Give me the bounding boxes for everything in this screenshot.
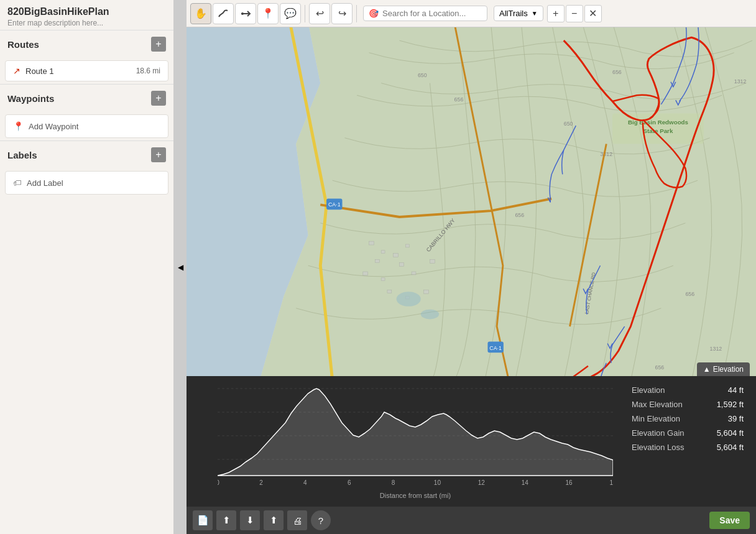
labels-section: Labels + 🏷 Add Label bbox=[0, 140, 173, 197]
svg-text:4: 4 bbox=[303, 479, 307, 487]
download-icon: ⬇ bbox=[246, 515, 254, 526]
waypoints-title: Waypoints bbox=[7, 93, 54, 104]
elevation-chart-area: 1,500 1,000 500 0 0 2 4 6 8 10 12 14 16 … bbox=[187, 376, 619, 507]
svg-rect-7 bbox=[369, 241, 374, 245]
svg-point-21 bbox=[421, 310, 439, 320]
search-box: 🎯 bbox=[363, 6, 487, 21]
add-route-button[interactable]: + bbox=[151, 37, 166, 52]
stat-min-elevation-value: 39 ft bbox=[728, 414, 744, 423]
svg-rect-13 bbox=[363, 272, 368, 275]
map-area: ✋ 📍 💬 ↩ ↪ 🎯 AllTrails ▼ bbox=[187, 0, 756, 534]
stat-elevation-gain: Elevation Gain 5,604 ft bbox=[632, 428, 744, 438]
svg-rect-10 bbox=[394, 254, 399, 257]
x-axis-label: Distance from start (mi) bbox=[218, 492, 613, 499]
sidebar-collapse-button[interactable]: ◀ bbox=[174, 0, 187, 534]
undo-button[interactable]: ↩ bbox=[309, 3, 330, 24]
svg-text:1312: 1312 bbox=[710, 346, 722, 352]
svg-text:656: 656 bbox=[612, 69, 622, 75]
stat-elevation-gain-value: 5,604 ft bbox=[717, 428, 744, 438]
toolbar-separator-2 bbox=[356, 5, 357, 22]
svg-text:CA·1: CA·1 bbox=[489, 345, 502, 351]
elevation-stats: Elevation 44 ft Max Elevation 1,592 ft M… bbox=[619, 376, 756, 507]
svg-text:CA·1: CA·1 bbox=[328, 201, 341, 208]
add-waypoint-button[interactable]: 📍 Add Waypoint bbox=[5, 114, 168, 138]
route-item[interactable]: ↗ Route 1 18.6 mi bbox=[5, 60, 168, 81]
elevation-toggle-label: Elevation bbox=[713, 365, 744, 374]
svg-text:1312: 1312 bbox=[734, 78, 747, 85]
new-button[interactable]: 📄 bbox=[193, 510, 213, 530]
routes-title: Routes bbox=[7, 39, 39, 50]
svg-text:2: 2 bbox=[259, 479, 263, 487]
svg-rect-19 bbox=[424, 290, 429, 293]
stat-max-elevation: Max Elevation 1,592 ft bbox=[632, 400, 744, 409]
route-draw-button[interactable] bbox=[213, 3, 234, 24]
labels-section-header[interactable]: Labels + bbox=[0, 141, 173, 168]
add-label-section-button[interactable]: + bbox=[151, 147, 166, 162]
waypoint-tool-button[interactable]: 📍 bbox=[257, 3, 279, 24]
map-collapse-button[interactable]: ✕ bbox=[584, 5, 602, 22]
bottom-toolbar: 📄 ⬆ ⬇ ⬆ 🖨 ? Save bbox=[187, 507, 756, 534]
map-type-label: AllTrails bbox=[499, 9, 528, 18]
save-button[interactable]: Save bbox=[709, 512, 750, 529]
svg-rect-9 bbox=[375, 259, 379, 262]
elevation-chart-svg: 1,500 1,000 500 0 0 2 4 6 8 10 12 14 16 … bbox=[218, 382, 613, 488]
pan-tool-button[interactable]: ✋ bbox=[190, 3, 211, 24]
map-container[interactable]: CA·1 CA·1 CABRILLO HWY bbox=[187, 27, 756, 376]
print-icon: 🖨 bbox=[293, 515, 302, 526]
redo-button[interactable]: ↪ bbox=[331, 3, 353, 24]
zoom-in-button[interactable]: + bbox=[547, 5, 565, 22]
print-button[interactable]: 🖨 bbox=[287, 510, 307, 530]
svg-point-20 bbox=[397, 292, 421, 306]
svg-text:656: 656 bbox=[685, 291, 694, 297]
route-icon: ↗ bbox=[13, 66, 21, 76]
svg-rect-17 bbox=[387, 290, 392, 293]
svg-text:16: 16 bbox=[566, 479, 573, 487]
svg-text:10: 10 bbox=[434, 479, 441, 487]
toolbar-separator-1 bbox=[305, 5, 305, 22]
add-waypoint-label: Add Waypoint bbox=[29, 122, 78, 131]
stat-elevation-loss-label: Elevation Loss bbox=[632, 443, 685, 452]
add-label-label: Add Label bbox=[27, 178, 63, 188]
waypoints-section-header[interactable]: Waypoints + bbox=[0, 85, 173, 112]
collapse-icon: ◀ bbox=[178, 263, 183, 272]
collapse-map-icon: ✕ bbox=[589, 7, 597, 19]
stat-elevation-label: Elevation bbox=[632, 385, 665, 395]
svg-text:3312: 3312 bbox=[600, 151, 612, 157]
stat-elevation-loss-value: 5,604 ft bbox=[717, 443, 744, 452]
svg-point-0 bbox=[241, 12, 244, 15]
download-button[interactable]: ⬇ bbox=[240, 510, 260, 530]
stat-max-elevation-value: 1,592 ft bbox=[717, 400, 744, 409]
svg-text:656: 656 bbox=[454, 96, 464, 103]
waypoints-section: Waypoints + 📍 Add Waypoint bbox=[0, 84, 173, 140]
svg-text:650: 650 bbox=[564, 121, 573, 127]
zoom-controls: + − bbox=[547, 5, 583, 22]
help-button[interactable]: ? bbox=[311, 510, 331, 530]
upload-icon: ⬆ bbox=[223, 515, 231, 526]
auto-route-button[interactable] bbox=[235, 3, 256, 24]
svg-text:6: 6 bbox=[348, 479, 351, 487]
help-icon: ? bbox=[318, 515, 323, 526]
upload-button[interactable]: ⬆ bbox=[216, 510, 236, 530]
add-label-button[interactable]: 🏷 Add Label bbox=[5, 171, 168, 195]
stat-elevation-gain-label: Elevation Gain bbox=[632, 428, 685, 438]
comment-tool-button[interactable]: 💬 bbox=[280, 3, 301, 24]
main-toolbar: ✋ 📍 💬 ↩ ↪ 🎯 AllTrails ▼ bbox=[187, 0, 756, 27]
search-input[interactable] bbox=[382, 9, 482, 18]
zoom-out-button[interactable]: − bbox=[566, 5, 583, 22]
svg-text:650: 650 bbox=[418, 72, 427, 78]
new-icon: 📄 bbox=[197, 515, 209, 526]
map-type-chevron-icon: ▼ bbox=[532, 10, 538, 17]
svg-text:State Park: State Park bbox=[643, 127, 673, 134]
waypoint-icon: 📍 bbox=[13, 121, 24, 131]
svg-text:656: 656 bbox=[655, 364, 665, 371]
add-waypoint-section-button[interactable]: + bbox=[151, 91, 166, 106]
elevation-toggle-button[interactable]: ▲ Elevation bbox=[697, 362, 750, 376]
stat-min-elevation-label: Min Elevation bbox=[632, 414, 680, 423]
routes-section-header[interactable]: Routes + bbox=[0, 30, 173, 58]
svg-text:656: 656 bbox=[515, 212, 524, 218]
svg-text:18: 18 bbox=[609, 479, 613, 487]
map-type-select[interactable]: AllTrails ▼ bbox=[494, 6, 543, 21]
routes-section: Routes + ↗ Route 1 18.6 mi bbox=[0, 30, 173, 84]
svg-rect-14 bbox=[381, 278, 385, 281]
share-button[interactable]: ⬆ bbox=[264, 510, 284, 530]
